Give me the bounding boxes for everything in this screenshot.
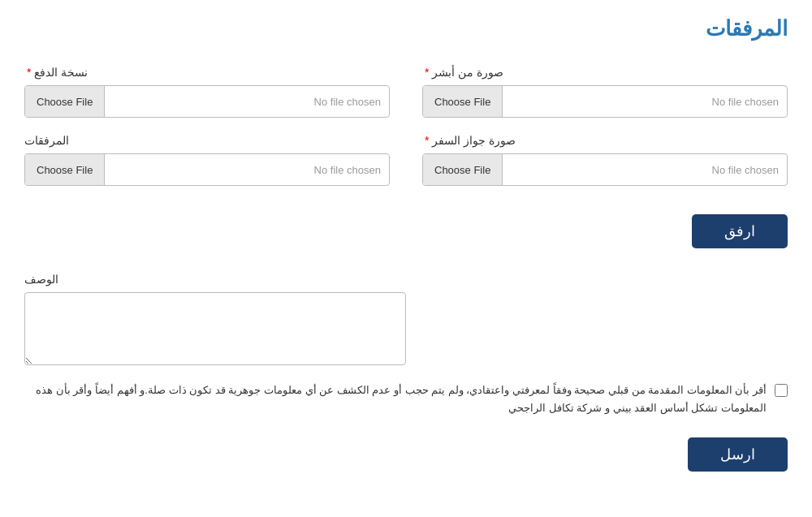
file-input-attachments: Choose File No file chosen	[24, 153, 390, 186]
description-textarea[interactable]	[24, 292, 406, 365]
attachments-form: صورة من أبشر * Choose File No file chose…	[24, 66, 788, 186]
label-passport-photo: صورة من أبشر *	[422, 66, 503, 79]
field-payment-copy: نسخة الدفع * Choose File No file chosen	[24, 66, 390, 118]
field-attachments: المرفقات Choose File No file chosen	[24, 134, 390, 186]
description-section: الوصف	[24, 273, 788, 365]
submit-button[interactable]: ارسل	[688, 437, 788, 472]
required-marker-2: *	[27, 66, 31, 79]
label-passport-scan: صورة جواز السفر *	[422, 134, 516, 147]
file-input-payment-copy: Choose File No file chosen	[24, 85, 390, 118]
file-name-passport-scan: No file chosen	[503, 157, 787, 183]
file-name-payment-copy: No file chosen	[105, 89, 389, 114]
choose-file-btn-attachments[interactable]: Choose File	[25, 154, 105, 185]
file-name-passport-photo: No file chosen	[503, 89, 787, 114]
attach-button[interactable]: ارفق	[692, 214, 788, 248]
field-passport-scan: صورة جواز السفر * Choose File No file ch…	[422, 134, 788, 186]
agreement-checkbox[interactable]	[775, 384, 788, 397]
description-label: الوصف	[24, 273, 58, 286]
page-title: المرفقات	[24, 16, 788, 41]
file-name-attachments: No file chosen	[105, 157, 389, 183]
agreement-section: أقر بأن المعلومات المقدمة من قبلي صحيحة …	[24, 381, 788, 417]
agreement-text: أقر بأن المعلومات المقدمة من قبلي صحيحة …	[24, 381, 767, 417]
field-passport-photo: صورة من أبشر * Choose File No file chose…	[422, 66, 788, 118]
file-input-passport-scan: Choose File No file chosen	[422, 153, 788, 186]
label-payment-copy: نسخة الدفع *	[24, 66, 88, 79]
file-input-passport-photo: Choose File No file chosen	[422, 85, 788, 118]
choose-file-btn-passport-photo[interactable]: Choose File	[423, 86, 503, 117]
choose-file-btn-payment-copy[interactable]: Choose File	[25, 86, 105, 117]
choose-file-btn-passport-scan[interactable]: Choose File	[423, 154, 503, 185]
label-attachments: المرفقات	[24, 134, 69, 147]
required-marker-3: *	[425, 134, 429, 147]
required-marker: *	[425, 66, 429, 79]
